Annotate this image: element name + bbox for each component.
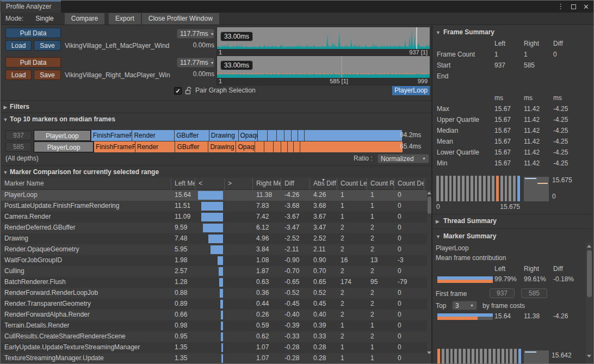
table-cell: 0.90 bbox=[310, 255, 337, 266]
top10-segment[interactable] bbox=[298, 130, 304, 141]
kebab-menu-icon[interactable]: ⋮ bbox=[557, 4, 564, 9]
column-header--[interactable]: > bbox=[225, 178, 253, 190]
filters-section-header[interactable]: ▶Filters bbox=[1, 100, 431, 113]
left-panel: Pull Data Load Save VikingVillage_Left_M… bbox=[1, 25, 431, 364]
top-count-dropdown[interactable]: 3▼ bbox=[452, 301, 477, 310]
table-row[interactable]: Drawing7.484.96-2.522.52220 bbox=[1, 233, 427, 244]
table-row[interactable]: Render.OpaqueGeometry5.953.84-2.112.1122… bbox=[1, 244, 427, 255]
top10-segment[interactable] bbox=[292, 130, 298, 141]
table-row[interactable]: WaitForJobGroupID1.981.08-0.900.901613-3 bbox=[1, 255, 427, 266]
table-row[interactable]: PlayerLoop15.6411.38-4.264.26110 bbox=[1, 190, 427, 201]
pull-data-button-left[interactable]: Pull Data bbox=[5, 28, 61, 38]
marker-summary-header[interactable]: ▼Marker Summary bbox=[436, 232, 496, 240]
tab-profile-analyzer[interactable]: Profile Analyzer bbox=[1, 1, 61, 13]
table-row[interactable]: RenderForwardAlpha.Render0.660.26-0.400.… bbox=[1, 310, 427, 320]
column-header--[interactable]: < bbox=[195, 178, 225, 190]
save-button-right[interactable]: Save bbox=[34, 70, 61, 80]
histogram-bar bbox=[497, 349, 500, 364]
top10-segment-opaqu[interactable]: Opaqu bbox=[239, 130, 258, 141]
column-header-count-delta[interactable]: Count Delta bbox=[394, 178, 424, 190]
column-header-left-med[interactable]: Left Med bbox=[171, 178, 195, 190]
column-header-abs-diff[interactable]: Abs Diff▼ bbox=[310, 178, 337, 190]
frame-summary-header[interactable]: ▼Frame Summary bbox=[436, 28, 494, 36]
column-header-right-med[interactable]: Right Med bbox=[253, 178, 281, 190]
top10-segment[interactable] bbox=[277, 130, 284, 141]
comparison-section-header[interactable]: ▼Marker Comparison for currently selecte… bbox=[1, 165, 431, 178]
export-button[interactable]: Export bbox=[109, 13, 141, 24]
top10-segment-render[interactable]: Render bbox=[132, 130, 174, 141]
summary-value: -4.25 bbox=[553, 159, 568, 167]
top10-segment[interactable] bbox=[288, 141, 294, 152]
thread-summary-header[interactable]: ▶Thread Summary bbox=[436, 217, 497, 225]
table-scrollbar[interactable] bbox=[427, 190, 431, 364]
top10-segment-render[interactable]: Render bbox=[135, 141, 175, 152]
top10-segment[interactable] bbox=[294, 141, 300, 152]
top10-segment[interactable] bbox=[255, 141, 264, 152]
column-header-count-right[interactable]: Count Right bbox=[367, 178, 394, 190]
top10-segment[interactable] bbox=[300, 141, 403, 152]
scroll-up-icon[interactable] bbox=[427, 192, 431, 194]
load-button-left[interactable]: Load bbox=[5, 40, 32, 51]
top10-segment[interactable] bbox=[284, 130, 290, 141]
yaxis-scale-dropdown-left[interactable]: 117.77ms▼ bbox=[177, 29, 214, 39]
load-button-right[interactable]: Load bbox=[5, 70, 32, 80]
table-row[interactable]: Camera.Render11.097.42-3.673.67110 bbox=[1, 212, 427, 223]
table-row[interactable]: PostLateUpdate.FinishFrameRendering11.51… bbox=[1, 201, 427, 212]
mode-single-button[interactable]: Single bbox=[28, 13, 61, 24]
summary-row: Lower Quartile15.6711.42-4.25 bbox=[432, 149, 585, 158]
table-cell bbox=[225, 212, 253, 223]
close-profiler-window-button[interactable]: Close Profiler Window bbox=[142, 13, 219, 24]
table-cell: 1.98 bbox=[171, 255, 195, 266]
top10-segment-finishframer[interactable]: FinishFrameR bbox=[94, 141, 135, 152]
scroll-down-icon[interactable] bbox=[427, 351, 431, 354]
frame-graph-right[interactable]: 33.00ms bbox=[216, 55, 430, 78]
mode-compare-button[interactable]: Compare bbox=[65, 13, 104, 24]
top10-segment[interactable] bbox=[258, 130, 267, 141]
top10-segment[interactable] bbox=[268, 130, 276, 141]
table-row[interactable]: Culling2.571.87-0.700.70220 bbox=[1, 266, 427, 277]
frame-button[interactable]: 585 bbox=[5, 142, 32, 152]
table-row[interactable]: Render.TransparentGeometry0.890.44-0.450… bbox=[1, 299, 427, 310]
table-row[interactable]: EarlyUpdate.UpdateTextureStreamingManage… bbox=[1, 342, 427, 353]
top10-segment-playerloop[interactable]: PlayerLoop bbox=[34, 141, 94, 152]
top10-segment-opaqu[interactable]: Opaqu bbox=[236, 141, 255, 152]
marker-summary-scrollbar-thumb[interactable] bbox=[587, 250, 592, 297]
first-frame-button-left[interactable]: 937 bbox=[490, 288, 515, 298]
pull-data-button-right[interactable]: Pull Data bbox=[5, 57, 61, 67]
save-button-left[interactable]: Save bbox=[34, 40, 61, 51]
table-row[interactable]: CullResults.CreateSharedRendererScene0.9… bbox=[1, 331, 427, 342]
top10-segment-gbuffer[interactable]: GBuffer bbox=[175, 130, 209, 141]
column-header-marker-name[interactable]: Marker Name bbox=[1, 178, 171, 190]
top10-segment[interactable] bbox=[264, 141, 273, 152]
scroll-up-icon[interactable] bbox=[587, 245, 591, 248]
table-row[interactable]: TextureStreamingManager.Update1.351.07-0… bbox=[1, 353, 427, 364]
unlock-icon[interactable] bbox=[185, 87, 192, 95]
ratio-dropdown[interactable]: Normalized▼ bbox=[378, 154, 429, 163]
frame-button[interactable]: 937 bbox=[5, 131, 32, 140]
histogram-bar bbox=[484, 349, 487, 364]
table-cell: 0 bbox=[394, 299, 424, 310]
top10-segment-drawing[interactable]: Drawing bbox=[209, 130, 238, 141]
top10-segment-playerloop[interactable]: PlayerLoop bbox=[34, 130, 91, 141]
top10-section-header[interactable]: ▼Top 10 markers on median frames bbox=[1, 113, 431, 125]
table-row[interactable]: BatchRenderer.Flush1.280.63-0.650.651749… bbox=[1, 277, 427, 288]
table-row[interactable]: Terrain.Details.Render0.980.59-0.390.391… bbox=[1, 320, 427, 331]
table-row[interactable]: RenderDeferred.GBuffer9.596.12-3.473.472… bbox=[1, 223, 427, 233]
top10-segment[interactable] bbox=[274, 141, 281, 152]
first-frame-button-right[interactable]: 585 bbox=[521, 288, 547, 298]
frame-graph-left[interactable]: 33.00ms bbox=[216, 27, 430, 49]
top10-segment[interactable] bbox=[305, 130, 402, 141]
table-scrollbar-thumb[interactable] bbox=[428, 196, 431, 214]
top10-segment[interactable] bbox=[281, 141, 287, 152]
column-header-count-left[interactable]: Count Left bbox=[337, 178, 367, 190]
maximize-icon[interactable] bbox=[571, 4, 576, 9]
yaxis-scale-dropdown-right[interactable]: 117.77ms▼ bbox=[177, 58, 214, 67]
top10-segment-drawing[interactable]: Drawing bbox=[208, 141, 236, 152]
top10-segment-gbuffer[interactable]: GBuffer bbox=[175, 141, 208, 152]
close-icon[interactable]: ✕ bbox=[583, 3, 589, 11]
scroll-down-icon[interactable] bbox=[587, 355, 591, 357]
column-header-diff[interactable]: Diff bbox=[281, 178, 310, 190]
table-row[interactable]: RenderForward.RenderLoopJob0.880.36-0.52… bbox=[1, 288, 427, 299]
pair-graph-selection-checkbox[interactable]: ✓ bbox=[174, 87, 182, 95]
top10-segment-finishframer[interactable]: FinishFrameR bbox=[91, 130, 132, 141]
